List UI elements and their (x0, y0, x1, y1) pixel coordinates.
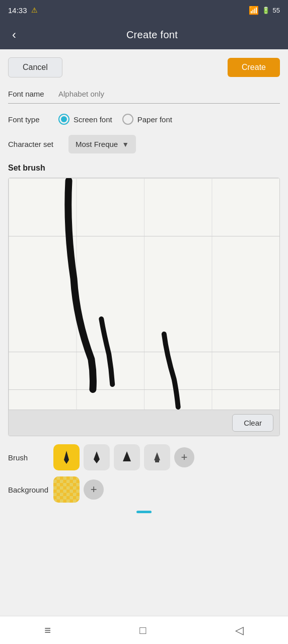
content: Cancel Create Font name Font type Screen… (0, 49, 288, 523)
font-name-label: Font name (8, 90, 58, 98)
add-brush-button[interactable]: + (174, 447, 194, 467)
canvas-grid[interactable] (9, 178, 279, 410)
marker1-brush-icon (90, 450, 104, 464)
radio-paper-font[interactable]: Paper font (122, 114, 172, 125)
page-title: Create font (24, 29, 280, 41)
nav-back-icon[interactable]: ◁ (225, 620, 254, 641)
charset-label: Character set (8, 140, 68, 148)
svg-marker-4 (154, 452, 160, 460)
status-right: 📶 🔋 55 (249, 6, 280, 15)
font-name-row: Font name (8, 88, 280, 104)
scroll-hint (8, 509, 280, 515)
action-row: Cancel Create (8, 57, 280, 77)
marker3-brush-icon (150, 450, 164, 464)
charset-select[interactable]: Most Freque ▼ (68, 135, 136, 153)
canvas-wrapper[interactable]: Clear (8, 178, 280, 436)
svg-rect-5 (155, 460, 159, 462)
radio-screen-font[interactable]: Screen font (58, 114, 112, 125)
radio-paper-label: Paper font (137, 115, 172, 124)
nav-home-icon[interactable]: □ (129, 620, 156, 641)
charset-row: Character set Most Freque ▼ (8, 135, 280, 153)
background-label: Background (8, 486, 48, 494)
status-left: 14:33 ⚠ (8, 6, 38, 15)
brush-item-pen[interactable] (53, 444, 80, 470)
wifi-icon: 📶 (249, 6, 259, 15)
svg-point-1 (64, 458, 68, 462)
battery-icon: 🔋 (262, 7, 270, 14)
brush-label: Brush (8, 453, 48, 462)
brush-item-marker2[interactable] (114, 444, 140, 470)
background-row: Background + (8, 476, 280, 503)
battery-level: 55 (273, 7, 280, 14)
brush-item-marker1[interactable] (84, 444, 110, 470)
radio-paper-outer (122, 114, 133, 125)
dropdown-arrow-icon: ▼ (122, 140, 129, 148)
nav-menu-icon[interactable]: ≡ (34, 620, 61, 641)
brush-strokes-svg (9, 178, 279, 410)
pen-brush-icon (59, 450, 74, 465)
background-items: + (53, 476, 104, 503)
set-brush-title: Set brush (8, 164, 280, 173)
font-type-radio-group: Screen font Paper font (58, 114, 172, 125)
brush-item-marker3[interactable] (144, 444, 170, 470)
radio-screen-outer (58, 114, 69, 125)
marker2-brush-icon (120, 450, 134, 464)
svg-marker-3 (123, 451, 131, 461)
back-button[interactable]: ‹ (8, 24, 20, 46)
nav-bar: ≡ □ ◁ (0, 616, 288, 644)
font-type-row: Font type Screen font Paper font (8, 114, 280, 125)
checkerboard-pattern (53, 476, 80, 503)
header: ‹ Create font (0, 20, 288, 49)
svg-marker-2 (94, 451, 100, 463)
warning-icon: ⚠ (31, 6, 38, 14)
background-swatch[interactable] (53, 476, 80, 503)
cancel-button[interactable]: Cancel (8, 57, 62, 77)
radio-screen-inner (61, 116, 67, 122)
add-background-button[interactable]: + (84, 479, 104, 500)
charset-value: Most Freque (76, 140, 118, 148)
time: 14:33 (8, 6, 27, 15)
font-type-label: Font type (8, 115, 58, 124)
font-name-input[interactable] (58, 88, 280, 100)
create-button[interactable]: Create (228, 58, 280, 77)
clear-button[interactable]: Clear (232, 414, 273, 432)
clear-row: Clear (9, 410, 279, 436)
brush-row: Brush (8, 444, 280, 470)
brush-items: + (53, 444, 194, 470)
radio-screen-label: Screen font (74, 115, 112, 124)
status-bar: 14:33 ⚠ 📶 🔋 55 (0, 0, 288, 20)
scroll-indicator (136, 511, 152, 513)
svg-marker-0 (64, 451, 69, 464)
